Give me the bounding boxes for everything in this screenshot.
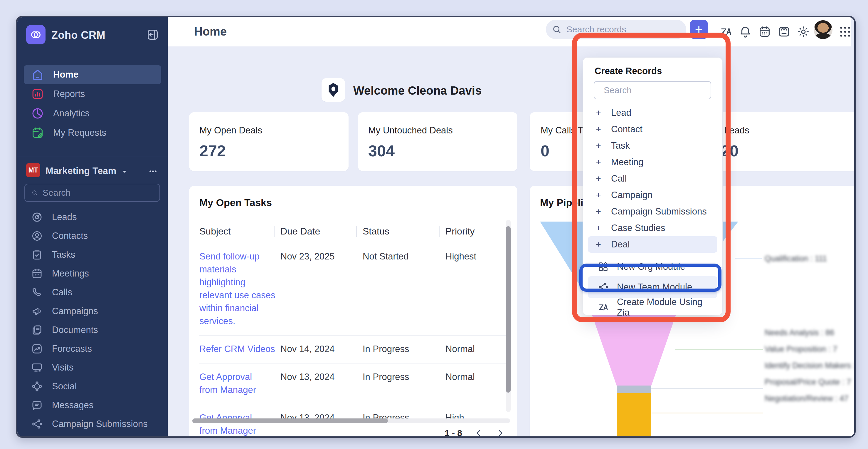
sidebar-collapse-icon[interactable] <box>146 28 159 41</box>
sidebar-item-label: Analytics <box>53 108 90 119</box>
sidebar-item-case-studies[interactable]: Case Studies <box>24 433 161 438</box>
sidebar-item-label: Social <box>52 381 76 392</box>
forecast-icon <box>31 342 43 355</box>
popup-item-new-org-module[interactable]: New Org Module <box>588 258 717 276</box>
team-more-icon[interactable] <box>147 166 159 177</box>
pipeline-stage-label-blurred: Needs Analysis : 86 <box>765 328 834 337</box>
ask-zia-icon[interactable] <box>719 25 733 38</box>
sidebar-item-documents[interactable]: Documents <box>24 321 161 339</box>
sidebar-item-label: My Requests <box>53 127 106 138</box>
team-name[interactable]: Marketing Team <box>45 166 116 176</box>
global-search-input[interactable] <box>566 24 682 35</box>
popup-item-call[interactable]: +Call <box>588 171 717 187</box>
user-avatar[interactable] <box>814 20 833 39</box>
table-row: Refer CRM VideosNov 14, 2024In ProgressN… <box>199 336 508 363</box>
zoho-crm-logo[interactable] <box>26 25 45 44</box>
task-subject-link[interactable]: Send follow-up materials highlighting re… <box>199 250 280 328</box>
funnel-stage-negotiation <box>617 393 651 438</box>
stat-label: My Calls To <box>540 125 588 136</box>
notifications-icon[interactable] <box>739 25 752 38</box>
sidebar-item-my-requests[interactable]: My Requests <box>24 123 161 143</box>
popup-item-label: Call <box>611 173 627 184</box>
task-subject-link[interactable]: Get Approval from Manager <box>199 370 280 396</box>
calendar-icon[interactable] <box>758 25 771 38</box>
popup-item-new-team-module[interactable]: New Team Module <box>588 276 717 298</box>
my-requests-icon <box>31 126 44 140</box>
popup-search-input[interactable] <box>603 85 718 95</box>
sidebar-item-label: Visits <box>52 362 74 373</box>
social-icon <box>31 380 43 393</box>
tasks-horizontal-scrollbar[interactable] <box>192 418 510 423</box>
tasks-vertical-scrollbar[interactable] <box>506 220 510 412</box>
sidebar-item-forecasts[interactable]: Forecasts <box>24 339 161 358</box>
sidebar-item-label: Forecasts <box>52 343 92 354</box>
funnel-connector-line <box>651 388 763 389</box>
sidebar-item-messages[interactable]: Messages <box>24 396 161 415</box>
sidebar-item-reports[interactable]: Reports <box>24 84 161 104</box>
stat-card-leads: Leads20 <box>705 112 856 171</box>
column-header-status[interactable]: Status <box>356 226 445 237</box>
popup-item-campaign-submissions[interactable]: +Campaign Submissions <box>588 203 717 220</box>
sidebar-item-contacts[interactable]: Contacts <box>24 227 161 245</box>
sidebar-item-campaign-submissions[interactable]: Campaign Submissions <box>24 415 161 433</box>
sidebar-item-calls[interactable]: Calls <box>24 283 161 302</box>
feeds-icon[interactable] <box>777 25 791 38</box>
column-header-priority[interactable]: Priority <box>439 226 501 237</box>
popup-item-label: Lead <box>611 108 631 118</box>
plus-icon: + <box>593 239 604 249</box>
app-grid-icon[interactable] <box>838 25 852 38</box>
sidebar-item-campaigns[interactable]: Campaigns <box>24 302 161 321</box>
popup-item-campaign[interactable]: +Campaign <box>588 187 717 203</box>
sidebar-item-social[interactable]: Social <box>24 377 161 396</box>
column-header-due-date[interactable]: Due Date <box>274 226 363 237</box>
sidebar-item-label: Calls <box>52 287 72 298</box>
network-icon <box>31 437 43 438</box>
popup-item-label: Task <box>611 141 630 151</box>
pagination-prev-button[interactable] <box>473 428 484 438</box>
sidebar-item-visits[interactable]: Visits <box>24 358 161 377</box>
sidebar-item-analytics[interactable]: Analytics <box>24 104 161 123</box>
app-title: Zoho CRM <box>52 29 105 41</box>
popup-item-lead[interactable]: +Lead <box>588 104 717 121</box>
create-record-button[interactable]: + <box>690 20 708 39</box>
task-subject-link[interactable]: Refer CRM Videos <box>199 342 280 356</box>
team-caret-down-icon[interactable] <box>120 167 129 176</box>
popup-item-label: Campaign <box>611 190 652 201</box>
sidebar-item-home[interactable]: Home <box>24 65 161 84</box>
task-status: Not Started <box>363 250 445 328</box>
sidebar-team-nav: LeadsContactsTasksMeetingsCallsCampaigns… <box>24 208 161 438</box>
tasks-card-title: My Open Tasks <box>199 197 272 208</box>
global-search <box>546 20 686 39</box>
task-due-date: Nov 13, 2024 <box>280 411 363 437</box>
tasks-table: SubjectDue DateStatusPriority Send follo… <box>199 220 508 438</box>
popup-item-task[interactable]: +Task <box>588 138 717 154</box>
phone-icon <box>31 286 43 299</box>
sidebar-item-meetings[interactable]: Meetings <box>24 264 161 283</box>
welcome-title: Welcome Cleona Davis <box>353 84 482 97</box>
popup-item-label: Campaign Submissions <box>611 206 707 217</box>
settings-icon[interactable] <box>797 25 810 38</box>
team-badge[interactable]: MT <box>26 163 40 177</box>
funnel-connector-line <box>735 258 762 259</box>
stat-value: 304 <box>368 142 395 160</box>
popup-item-label: Create Module Using Zia <box>617 297 717 318</box>
plus-icon: + <box>593 207 604 216</box>
popup-item-case-studies[interactable]: +Case Studies <box>588 220 717 236</box>
sidebar-item-leads[interactable]: Leads <box>24 208 161 227</box>
stat-card-my-untouched-deals: My Untouched Deals304 <box>358 112 517 171</box>
contact-icon <box>31 230 43 242</box>
stat-label: Leads <box>724 125 749 136</box>
sidebar-item-tasks[interactable]: Tasks <box>24 245 161 264</box>
popup-item-deal[interactable]: +Deal <box>588 236 717 253</box>
popup-item-contact[interactable]: +Contact <box>588 121 717 138</box>
popup-item-meeting[interactable]: +Meeting <box>588 154 717 171</box>
search-icon <box>31 188 38 198</box>
column-header-subject[interactable]: Subject <box>199 226 280 237</box>
popup-divider <box>588 254 717 254</box>
popup-item-create-module-using-zia[interactable]: Create Module Using Zia <box>588 298 717 317</box>
pagination-next-button[interactable] <box>495 428 506 438</box>
popup-item-label: Deal <box>611 239 630 250</box>
main-content: Welcome Cleona Davis Cleona Davis's Home… <box>168 47 851 437</box>
sidebar-search-input[interactable] <box>42 187 156 198</box>
task-subject-link[interactable]: Get Apporval from Manager <box>199 411 280 437</box>
